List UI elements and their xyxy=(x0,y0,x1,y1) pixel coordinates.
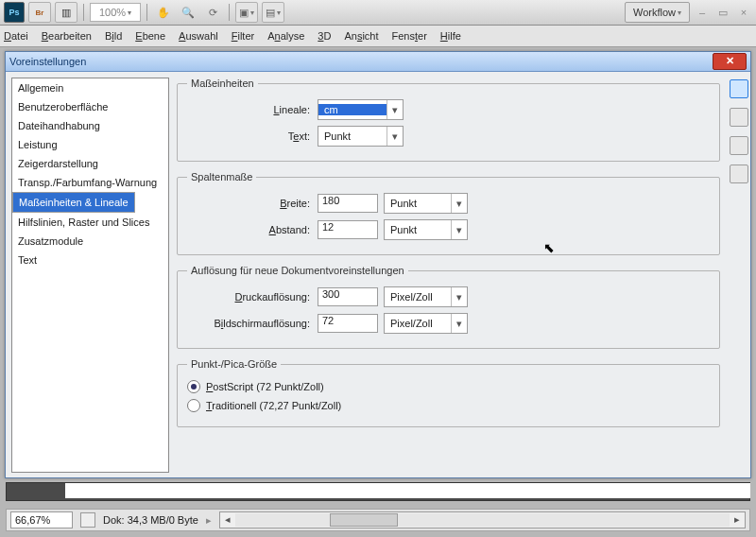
dialog-button-strip xyxy=(728,72,750,478)
menu-datei[interactable]: Datei xyxy=(4,30,28,42)
screen-res-label: Bildschirmauflösung: xyxy=(187,318,318,329)
status-icon[interactable] xyxy=(80,512,95,528)
width-unit-value: Punkt xyxy=(385,198,451,209)
zoom-tool-icon[interactable]: 🔍 xyxy=(178,3,198,22)
sidebar-item-zusatzmodule[interactable]: Zusatzmodule xyxy=(12,232,168,251)
chevron-down-icon: ▾ xyxy=(451,220,467,239)
dialog-titlebar: Voreinstellungen ✕ xyxy=(6,52,750,72)
rulers-label: Lineale: xyxy=(187,104,318,115)
sidebar-item-allgemein[interactable]: Allgemein xyxy=(12,78,168,97)
menu-ansicht[interactable]: Ansicht xyxy=(344,30,378,42)
columns-group: Spaltenmaße Breite: 180 Punkt ▾ Abstand:… xyxy=(177,171,720,255)
window-close-button[interactable]: × xyxy=(735,5,752,20)
zoom-value: 100% xyxy=(99,7,126,18)
screen-mode-a-icon[interactable]: ▣ xyxy=(235,2,258,23)
film-icon[interactable]: ▥ xyxy=(55,2,77,23)
app-toolbar: Ps Br ▥ 100% ✋ 🔍 ⟳ ▣ ▤ Workflow – ▭ × xyxy=(0,0,756,26)
gutter-input[interactable]: 12 xyxy=(318,220,378,239)
screen-res-unit-value: Pixel/Zoll xyxy=(385,318,451,329)
sidebar-item-hilfslinien[interactable]: Hilfslinien, Raster und Slices xyxy=(12,213,168,232)
gutter-label: Abstand: xyxy=(187,224,318,235)
menu-bar: Datei Bearbeiten Bild Ebene Auswahl Filt… xyxy=(0,26,756,47)
postscript-radio[interactable]: PostScript (72 Punkt/Zoll) xyxy=(187,377,710,396)
text-units-label: Text: xyxy=(187,130,318,142)
preferences-category-list[interactable]: Allgemein Benutzeroberfläche Dateihandha… xyxy=(11,78,169,473)
width-input[interactable]: 180 xyxy=(318,194,378,213)
window-minimize-button[interactable]: – xyxy=(694,5,711,20)
width-label: Breite: xyxy=(187,198,318,209)
prev-button[interactable] xyxy=(730,136,748,155)
separator xyxy=(229,4,230,21)
traditional-radio[interactable]: Traditionell (72,27 Punkt/Zoll) xyxy=(187,396,710,415)
workspace-switcher[interactable]: Workflow xyxy=(625,2,690,23)
cancel-button[interactable] xyxy=(730,108,748,127)
sidebar-item-masseinheiten[interactable]: Maßeinheiten & Lineale xyxy=(12,192,135,213)
ruler xyxy=(65,483,750,498)
menu-ebene[interactable]: Ebene xyxy=(135,30,165,42)
gutter-unit-select[interactable]: Punkt ▾ xyxy=(384,219,468,240)
scroll-right-button[interactable]: ▸ xyxy=(730,513,745,527)
next-button[interactable] xyxy=(730,165,748,183)
app-window: Ps Br ▥ 100% ✋ 🔍 ⟳ ▣ ▤ Workflow – ▭ × Da… xyxy=(0,0,756,537)
print-res-label: Druckauflösung: xyxy=(187,291,318,303)
hand-tool-icon[interactable]: ✋ xyxy=(153,3,174,22)
scroll-track[interactable] xyxy=(235,513,730,527)
sidebar-item-leistung[interactable]: Leistung xyxy=(12,135,168,154)
postscript-label: PostScript (72 Punkt/Zoll) xyxy=(206,381,324,392)
preferences-content: Maßeinheiten Lineale: cm ▾ Text: Punkt ▾ xyxy=(173,72,728,478)
chevron-down-icon: ▾ xyxy=(387,100,403,119)
rulers-value: cm xyxy=(318,104,387,115)
sidebar-item-text[interactable]: Text xyxy=(12,251,168,269)
gutter-unit-value: Punkt xyxy=(385,224,451,235)
text-units-select[interactable]: Punkt ▾ xyxy=(318,126,404,147)
print-res-input[interactable]: 300 xyxy=(318,287,378,306)
sidebar-item-benutzeroberflaeche[interactable]: Benutzeroberfläche xyxy=(12,97,168,116)
dialog-close-button[interactable]: ✕ xyxy=(713,53,747,70)
print-res-unit-value: Pixel/Zoll xyxy=(385,291,451,303)
print-res-unit-select[interactable]: Pixel/Zoll ▾ xyxy=(384,286,468,307)
ok-button[interactable] xyxy=(730,79,748,98)
scroll-left-button[interactable]: ◂ xyxy=(220,513,235,527)
separator xyxy=(146,4,147,21)
resolution-legend: Auflösung für neue Dokumentvoreinstellun… xyxy=(187,265,408,276)
menu-filter[interactable]: Filter xyxy=(232,30,254,42)
sidebar-item-transparenz[interactable]: Transp./Farbumfang-Warnung xyxy=(12,173,168,192)
rotate-view-icon[interactable]: ⟳ xyxy=(202,3,223,22)
chevron-down-icon: ▾ xyxy=(451,194,467,213)
preferences-dialog: Voreinstellungen ✕ Allgemein Benutzerobe… xyxy=(5,51,751,478)
status-bar: 66,67% Dok: 34,3 MB/0 Byte ▸ ◂ ▸ xyxy=(6,509,750,531)
document-info: Dok: 34,3 MB/0 Byte xyxy=(103,514,198,526)
menu-bearbeiten[interactable]: Bearbeiten xyxy=(42,30,92,42)
zoom-select[interactable]: 100% xyxy=(90,3,141,22)
traditional-label: Traditionell (72,27 Punkt/Zoll) xyxy=(206,400,341,411)
menu-auswahl[interactable]: Auswahl xyxy=(179,30,218,42)
screen-res-unit-select[interactable]: Pixel/Zoll ▾ xyxy=(384,313,468,334)
menu-fenster[interactable]: Fenster xyxy=(392,30,427,42)
pointpica-legend: Punkt-/Pica-Größe xyxy=(187,358,281,370)
bridge-icon[interactable]: Br xyxy=(28,2,51,23)
info-chevron-icon[interactable]: ▸ xyxy=(206,514,212,527)
separator xyxy=(83,4,84,21)
window-restore-button[interactable]: ▭ xyxy=(714,5,731,20)
rulers-select[interactable]: cm ▾ xyxy=(318,99,404,120)
chevron-down-icon: ▾ xyxy=(451,287,467,306)
units-legend: Maßeinheiten xyxy=(187,78,258,89)
menu-3d[interactable]: 3D xyxy=(318,30,331,42)
screen-res-input[interactable]: 72 xyxy=(318,314,378,333)
units-group: Maßeinheiten Lineale: cm ▾ Text: Punkt ▾ xyxy=(177,78,720,162)
radio-off-icon xyxy=(187,399,200,412)
menu-bild[interactable]: Bild xyxy=(105,30,122,42)
horizontal-scrollbar[interactable]: ◂ ▸ xyxy=(219,511,746,528)
menu-analyse[interactable]: Analyse xyxy=(267,30,304,42)
columns-legend: Spaltenmaße xyxy=(187,171,256,182)
chevron-down-icon: ▾ xyxy=(387,127,403,146)
sidebar-item-dateihandhabung[interactable]: Dateihandhabung xyxy=(12,116,168,135)
workspace-label: Workflow xyxy=(633,7,676,18)
width-unit-select[interactable]: Punkt ▾ xyxy=(384,193,468,214)
sidebar-item-zeigerdarstellung[interactable]: Zeigerdarstellung xyxy=(12,154,168,173)
scroll-thumb[interactable] xyxy=(330,513,398,527)
menu-hilfe[interactable]: Hilfe xyxy=(440,30,461,42)
zoom-level-field[interactable]: 66,67% xyxy=(10,511,73,528)
screen-mode-b-icon[interactable]: ▤ xyxy=(262,2,284,23)
pointpica-group: Punkt-/Pica-Größe PostScript (72 Punkt/Z… xyxy=(177,358,720,427)
